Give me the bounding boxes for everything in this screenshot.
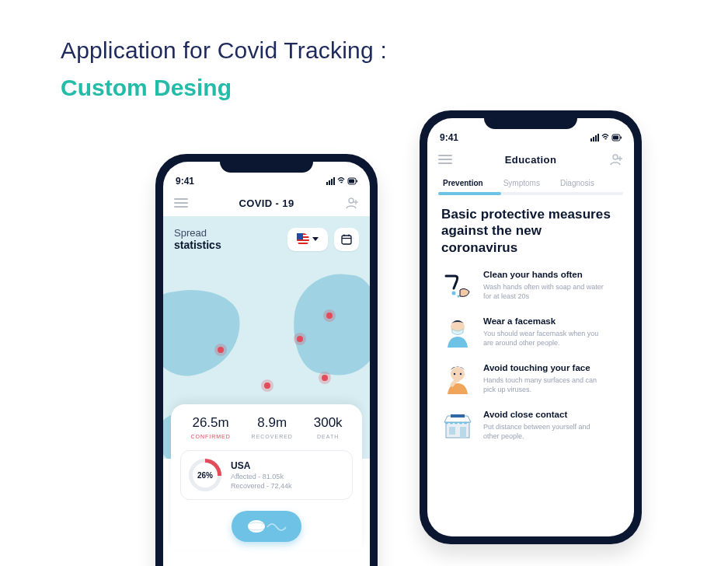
svg-rect-17 [595,135,597,142]
svg-rect-1 [329,180,330,185]
stat-confirmed: 26.5m CONFIRMED [190,415,230,439]
phone-stats: 9:41 COVID - 19 [155,154,378,566]
flag-icon [297,233,309,246]
menu-icon[interactable] [174,198,188,208]
user-icon[interactable] [609,152,623,166]
tip-clean-hands[interactable]: Clean your hands often Wash hands often … [441,270,620,302]
svg-rect-32 [451,414,465,418]
user-icon[interactable] [345,196,359,210]
svg-rect-20 [613,135,618,139]
calendar-button[interactable] [334,228,359,251]
map-hotspot[interactable] [264,383,270,389]
svg-rect-2 [331,179,333,185]
svg-rect-0 [326,182,328,185]
country-name: USA [231,460,292,471]
stat-death: 300k DEATH [314,415,343,439]
status-icons [590,132,622,143]
person-touch-face-icon [441,363,474,396]
svg-point-26 [458,295,460,297]
svg-rect-6 [357,180,358,182]
svg-point-25 [452,291,456,295]
progress-ring: 26% [189,459,221,491]
svg-point-29 [454,373,455,375]
calendar-icon [340,233,353,246]
svg-rect-5 [349,179,354,183]
chevron-down-icon [312,237,319,241]
tab-indicator [438,192,623,195]
spread-heading: Spread statistics [174,227,221,251]
svg-point-7 [349,198,354,203]
svg-point-30 [460,373,462,375]
svg-rect-21 [621,136,622,138]
tip-avoid-face[interactable]: Avoid touching your face Hands touch man… [441,363,620,396]
map-hotspot[interactable] [322,375,328,381]
phone-notch [220,154,313,173]
country-card[interactable]: 26% USA Affected - 81.05k Recovered - 72… [180,450,353,500]
map-hotspot[interactable] [326,313,333,319]
svg-rect-3 [333,177,335,185]
map-hotspot[interactable] [218,347,224,353]
status-icons [326,176,357,187]
svg-rect-34 [460,427,466,438]
menu-icon[interactable] [438,155,452,164]
status-time: 9:41 [440,132,458,143]
page-title-line-2: Custom Desing [61,75,387,101]
svg-rect-33 [449,427,455,435]
app-header: COVID - 19 [163,188,370,216]
svg-rect-18 [597,134,599,142]
page-title-line-1: Application for Covid Tracking : [61,37,387,64]
phone-education: 9:41 Education [420,110,642,544]
app-header: Education [427,145,634,173]
tip-close-contact[interactable]: Avoid close contact Put distance between… [441,410,620,442]
stat-recovered: 8.9m RECOVERED [252,415,293,439]
country-picker[interactable] [287,228,328,251]
tab-diagnosis[interactable]: Diagnosis [560,179,594,187]
svg-rect-16 [593,137,594,142]
country-affected: Affected - 81.05k [231,473,292,480]
country-recovered: Recovered - 72,44k [231,482,292,490]
app-title: Education [505,154,556,166]
tab-prevention[interactable]: Prevention [443,179,483,187]
tip-facemask[interactable]: Wear a facemask You should wear facemask… [441,316,620,349]
education-heading: Basic protective measures against the ne… [441,206,620,256]
tab-symptoms[interactable]: Symptoms [503,179,540,187]
wash-hands-icon [441,270,474,302]
svg-rect-10 [342,236,351,244]
app-title: COVID - 19 [239,197,294,209]
stats-card: 26.5m CONFIRMED 8.9m RECOVERED 300k DEAT… [171,404,362,550]
mask-button[interactable] [232,511,301,542]
svg-rect-15 [590,138,592,142]
person-mask-icon [441,316,474,349]
svg-point-14 [248,520,265,533]
map-hotspot[interactable] [297,336,303,342]
status-time: 9:41 [176,176,194,187]
svg-point-22 [613,155,618,159]
facemask-icon [244,516,289,536]
storefront-icon [441,410,474,442]
phone-notch [484,110,577,129]
